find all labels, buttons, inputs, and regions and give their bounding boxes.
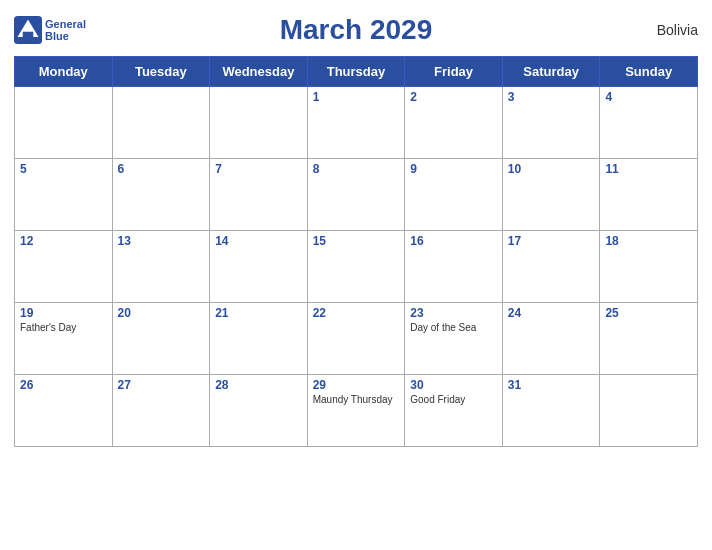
- calendar-grid: MondayTuesdayWednesdayThursdayFridaySatu…: [14, 56, 698, 447]
- day-cell: 15: [307, 231, 405, 303]
- weekday-header-row: MondayTuesdayWednesdayThursdayFridaySatu…: [15, 57, 698, 87]
- day-number: 15: [313, 234, 400, 248]
- logo-line2: Blue: [45, 30, 69, 42]
- day-cell: 25: [600, 303, 698, 375]
- day-number: 27: [118, 378, 205, 392]
- day-number: 4: [605, 90, 692, 104]
- day-number: 2: [410, 90, 497, 104]
- logo: General Blue: [14, 16, 86, 44]
- weekday-header-sunday: Sunday: [600, 57, 698, 87]
- day-cell: 9: [405, 159, 503, 231]
- day-cell: 3: [502, 87, 600, 159]
- day-cell: 21: [210, 303, 308, 375]
- day-cell: 28: [210, 375, 308, 447]
- day-number: 24: [508, 306, 595, 320]
- day-cell: 2: [405, 87, 503, 159]
- day-cell: 24: [502, 303, 600, 375]
- day-cell: 26: [15, 375, 113, 447]
- day-number: 1: [313, 90, 400, 104]
- day-cell: 18: [600, 231, 698, 303]
- day-number: 17: [508, 234, 595, 248]
- weekday-header-tuesday: Tuesday: [112, 57, 210, 87]
- day-number: 7: [215, 162, 302, 176]
- day-cell: [112, 87, 210, 159]
- day-number: 22: [313, 306, 400, 320]
- calendar-header: General Blue March 2029 Bolivia: [14, 10, 698, 50]
- day-number: 12: [20, 234, 107, 248]
- weekday-header-saturday: Saturday: [502, 57, 600, 87]
- day-cell: 13: [112, 231, 210, 303]
- week-row-2: 567891011: [15, 159, 698, 231]
- day-number: 18: [605, 234, 692, 248]
- day-cell: 6: [112, 159, 210, 231]
- day-number: 9: [410, 162, 497, 176]
- day-cell: 8: [307, 159, 405, 231]
- calendar-title: March 2029: [280, 14, 433, 46]
- day-number: 23: [410, 306, 497, 320]
- day-cell: 10: [502, 159, 600, 231]
- day-cell: 30Good Friday: [405, 375, 503, 447]
- day-number: 29: [313, 378, 400, 392]
- day-cell: 20: [112, 303, 210, 375]
- svg-rect-2: [23, 32, 34, 39]
- day-cell: 22: [307, 303, 405, 375]
- day-number: 3: [508, 90, 595, 104]
- weekday-header-friday: Friday: [405, 57, 503, 87]
- day-number: 11: [605, 162, 692, 176]
- day-number: 30: [410, 378, 497, 392]
- day-number: 5: [20, 162, 107, 176]
- weekday-header-monday: Monday: [15, 57, 113, 87]
- day-number: 21: [215, 306, 302, 320]
- day-cell: 7: [210, 159, 308, 231]
- event-label: Father's Day: [20, 322, 107, 333]
- day-number: 20: [118, 306, 205, 320]
- day-number: 31: [508, 378, 595, 392]
- day-cell: [15, 87, 113, 159]
- event-label: Good Friday: [410, 394, 497, 405]
- day-number: 8: [313, 162, 400, 176]
- day-cell: 19Father's Day: [15, 303, 113, 375]
- event-label: Maundy Thursday: [313, 394, 400, 405]
- calendar-wrapper: General Blue March 2029 Bolivia MondayTu…: [0, 0, 712, 550]
- logo-icon: [14, 16, 42, 44]
- week-row-5: 26272829Maundy Thursday30Good Friday31: [15, 375, 698, 447]
- day-cell: 1: [307, 87, 405, 159]
- day-cell: [600, 375, 698, 447]
- logo-line1: General: [45, 18, 86, 30]
- day-cell: 14: [210, 231, 308, 303]
- week-row-3: 12131415161718: [15, 231, 698, 303]
- day-cell: 17: [502, 231, 600, 303]
- day-cell: 23Day of the Sea: [405, 303, 503, 375]
- day-number: 26: [20, 378, 107, 392]
- day-cell: [210, 87, 308, 159]
- day-cell: 12: [15, 231, 113, 303]
- day-cell: 4: [600, 87, 698, 159]
- weekday-header-wednesday: Wednesday: [210, 57, 308, 87]
- day-number: 13: [118, 234, 205, 248]
- week-row-4: 19Father's Day20212223Day of the Sea2425: [15, 303, 698, 375]
- calendar-country: Bolivia: [657, 22, 698, 38]
- day-cell: 27: [112, 375, 210, 447]
- day-number: 6: [118, 162, 205, 176]
- day-number: 28: [215, 378, 302, 392]
- event-label: Day of the Sea: [410, 322, 497, 333]
- day-number: 16: [410, 234, 497, 248]
- day-number: 25: [605, 306, 692, 320]
- day-cell: 5: [15, 159, 113, 231]
- day-number: 19: [20, 306, 107, 320]
- week-row-1: 1234: [15, 87, 698, 159]
- day-cell: 16: [405, 231, 503, 303]
- day-number: 10: [508, 162, 595, 176]
- weekday-header-thursday: Thursday: [307, 57, 405, 87]
- day-cell: 31: [502, 375, 600, 447]
- day-number: 14: [215, 234, 302, 248]
- day-cell: 29Maundy Thursday: [307, 375, 405, 447]
- logo-text: General Blue: [45, 18, 86, 42]
- day-cell: 11: [600, 159, 698, 231]
